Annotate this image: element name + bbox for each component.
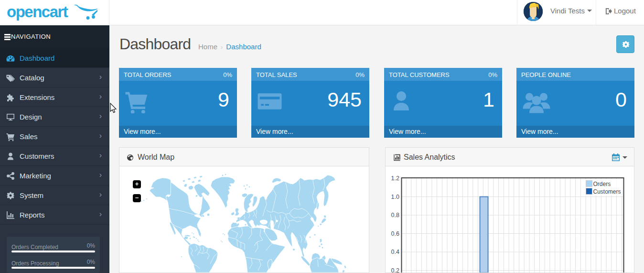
svg-text:Orders: Orders xyxy=(593,181,611,187)
svg-text:1.0: 1.0 xyxy=(391,194,399,200)
svg-text:opencart: opencart xyxy=(7,3,68,21)
svg-text:1.2: 1.2 xyxy=(391,175,399,182)
svg-text:0.4: 0.4 xyxy=(391,249,399,255)
svg-text:Customers: Customers xyxy=(593,188,621,195)
svg-text:0.8: 0.8 xyxy=(391,212,399,218)
svg-text:0.6: 0.6 xyxy=(391,230,399,237)
svg-text:0.2: 0.2 xyxy=(391,267,399,273)
